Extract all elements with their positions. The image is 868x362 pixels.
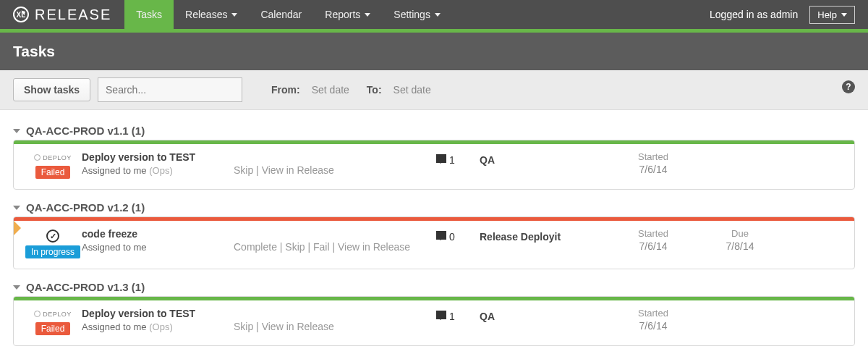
help-button[interactable]: Help bbox=[809, 6, 855, 24]
nav-label: Reports bbox=[325, 9, 360, 20]
nav: TasksReleasesCalendarReportsSettings bbox=[124, 0, 452, 29]
group-title: QA-ACC-PROD v1.2 (1) bbox=[26, 201, 145, 214]
release-group: QA-ACC-PROD v1.2 (1)✓In progresscode fre… bbox=[13, 201, 855, 269]
release-group: QA-ACC-PROD v1.1 (1)DEPLOYFailedDeploy v… bbox=[13, 125, 855, 190]
comment-count: 1 bbox=[449, 154, 455, 166]
started-label: Started bbox=[610, 151, 697, 162]
group-title: QA-ACC-PROD v1.3 (1) bbox=[26, 281, 145, 293]
nav-item-calendar[interactable]: Calendar bbox=[249, 0, 313, 29]
help-label: Help bbox=[817, 9, 837, 20]
help-icon[interactable]: ? bbox=[842, 80, 855, 93]
group-header[interactable]: QA-ACC-PROD v1.1 (1) bbox=[13, 125, 855, 137]
assigned-to: Assigned to me (Ops) bbox=[82, 321, 234, 332]
status-column: DEPLOYFailed bbox=[24, 308, 82, 335]
due-column bbox=[697, 308, 783, 335]
chevron-down-icon bbox=[365, 13, 370, 17]
chevron-down-icon bbox=[435, 13, 441, 17]
task-row[interactable]: DEPLOYFailedDeploy version to TESTAssign… bbox=[14, 144, 854, 189]
check-icon: ✓ bbox=[46, 230, 59, 243]
status-badge: Failed bbox=[35, 166, 71, 179]
phase-column: Release Deployit bbox=[480, 228, 610, 258]
deploy-tag: DEPLOY bbox=[34, 311, 72, 318]
deploy-tag: DEPLOY bbox=[34, 154, 72, 161]
from-label: From: bbox=[271, 84, 300, 96]
show-tasks-button[interactable]: Show tasks bbox=[13, 78, 90, 101]
logo-text: RELEASE bbox=[35, 7, 111, 23]
subheader: Tasks bbox=[0, 33, 868, 70]
status-badge: In progress bbox=[25, 245, 80, 258]
assigned-to: Assigned to me (Ops) bbox=[82, 165, 234, 176]
content: QA-ACC-PROD v1.1 (1)DEPLOYFailedDeploy v… bbox=[0, 110, 868, 359]
started-value: 7/6/14 bbox=[610, 320, 697, 332]
started-value: 7/6/14 bbox=[610, 240, 697, 252]
page-title: Tasks bbox=[13, 43, 855, 60]
assigned-to: Assigned to me bbox=[82, 242, 234, 253]
due-label: Due bbox=[697, 228, 783, 239]
comment-count: 0 bbox=[449, 231, 455, 243]
nav-item-settings[interactable]: Settings bbox=[382, 0, 452, 29]
due-column bbox=[697, 151, 783, 179]
group-header[interactable]: QA-ACC-PROD v1.3 (1) bbox=[13, 281, 855, 293]
due-column: Due7/8/14 bbox=[697, 228, 783, 258]
task-card: DEPLOYFailedDeploy version to TESTAssign… bbox=[13, 296, 855, 346]
chevron-down-icon bbox=[841, 13, 847, 17]
nav-label: Calendar bbox=[260, 9, 302, 20]
actions-column[interactable]: Skip | View in Release bbox=[234, 308, 436, 335]
to-label: To: bbox=[367, 84, 382, 96]
status-column: ✓In progress bbox=[24, 228, 82, 258]
auth-label: Logged in as admin bbox=[710, 9, 798, 20]
comment-count: 1 bbox=[449, 311, 455, 322]
collapse-icon bbox=[13, 206, 20, 210]
phase-column: QA bbox=[480, 308, 610, 335]
from-date-input[interactable]: Set date bbox=[312, 84, 349, 96]
collapse-icon bbox=[13, 129, 20, 133]
due-value: 7/8/14 bbox=[697, 240, 783, 252]
started-value: 7/6/14 bbox=[610, 164, 697, 175]
task-card: ✓In progresscode freezeAssigned to meCom… bbox=[13, 216, 855, 269]
title-column: code freezeAssigned to me bbox=[82, 228, 234, 258]
topbar-right: Logged in as admin Help bbox=[697, 0, 868, 29]
title-column: Deploy version to TESTAssigned to me (Op… bbox=[82, 151, 234, 179]
task-row[interactable]: ✓In progresscode freezeAssigned to meCom… bbox=[14, 221, 854, 269]
started-column: Started7/6/14 bbox=[610, 308, 697, 335]
actions-column[interactable]: Complete | Skip | Fail | View in Release bbox=[234, 228, 436, 258]
started-column: Started7/6/14 bbox=[610, 151, 697, 179]
group-title: QA-ACC-PROD v1.1 (1) bbox=[26, 125, 145, 137]
task-title: Deploy version to TEST bbox=[82, 151, 234, 163]
release-group: QA-ACC-PROD v1.3 (1)DEPLOYFailedDeploy v… bbox=[13, 281, 855, 346]
nav-item-tasks[interactable]: Tasks bbox=[124, 0, 174, 29]
status-column: DEPLOYFailed bbox=[24, 151, 82, 179]
logo-icon: XL bbox=[13, 7, 29, 22]
comments-column[interactable]: 0 bbox=[436, 228, 480, 258]
filter-bar: Show tasks From: Set date To: Set date ? bbox=[0, 70, 868, 110]
comment-icon bbox=[436, 154, 446, 163]
started-column: Started7/6/14 bbox=[610, 228, 697, 258]
chevron-down-icon bbox=[231, 13, 237, 17]
logo[interactable]: XL RELEASE bbox=[0, 0, 124, 29]
comment-icon bbox=[436, 231, 446, 240]
comments-column[interactable]: 1 bbox=[436, 151, 480, 179]
nav-label: Settings bbox=[393, 9, 430, 20]
nav-item-releases[interactable]: Releases bbox=[174, 0, 249, 29]
phase-column: QA bbox=[480, 151, 610, 179]
deploy-icon bbox=[34, 311, 41, 317]
group-header[interactable]: QA-ACC-PROD v1.2 (1) bbox=[13, 201, 855, 214]
task-title: code freeze bbox=[82, 228, 234, 240]
collapse-icon bbox=[13, 285, 20, 290]
to-date-input[interactable]: Set date bbox=[393, 84, 431, 96]
actions-column[interactable]: Skip | View in Release bbox=[234, 151, 436, 179]
comment-icon bbox=[436, 311, 446, 319]
comments-column[interactable]: 1 bbox=[436, 308, 480, 335]
started-label: Started bbox=[610, 228, 697, 239]
task-title: Deploy version to TEST bbox=[82, 308, 234, 319]
task-card: DEPLOYFailedDeploy version to TESTAssign… bbox=[13, 140, 855, 190]
deploy-icon bbox=[34, 154, 41, 161]
nav-label: Releases bbox=[185, 9, 227, 20]
title-column: Deploy version to TESTAssigned to me (Op… bbox=[82, 308, 234, 335]
attention-marker-icon bbox=[14, 221, 21, 235]
nav-item-reports[interactable]: Reports bbox=[313, 0, 382, 29]
topbar: XL RELEASE TasksReleasesCalendarReportsS… bbox=[0, 0, 868, 29]
status-badge: Failed bbox=[35, 322, 71, 335]
search-input[interactable] bbox=[98, 77, 242, 102]
task-row[interactable]: DEPLOYFailedDeploy version to TESTAssign… bbox=[14, 300, 854, 345]
